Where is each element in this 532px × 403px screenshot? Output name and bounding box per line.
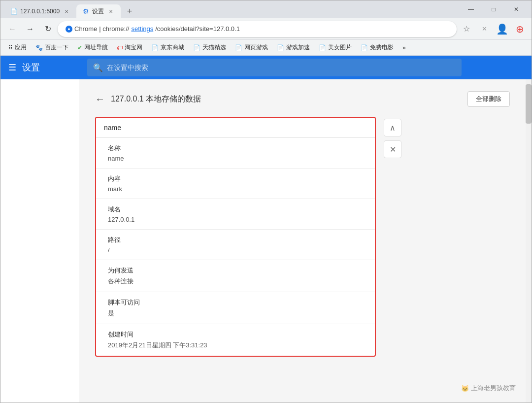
- field-path-value: /: [108, 246, 363, 254]
- meinv-icon: 📄: [319, 44, 326, 51]
- field-send-label: 为何发送: [108, 266, 363, 275]
- cookie-card-header: name: [96, 118, 375, 138]
- settings-topbar: 🔍: [79, 56, 532, 79]
- field-created-value: 2019年2月21日星期四 下午3:31:23: [108, 341, 363, 350]
- close-button[interactable]: ✕: [505, 0, 528, 18]
- baidu-icon: 🐾: [35, 44, 43, 51]
- page-scroll-area: ← 127.0.0.1 本地存储的数据 全部删除 name: [79, 79, 526, 403]
- bookmark-taobao[interactable]: 🏷 淘宝网: [113, 41, 146, 54]
- sidebar-header: ☰ 设置: [0, 56, 79, 79]
- page-body: ← 127.0.0.1 本地存储的数据 全部删除 name: [79, 79, 532, 403]
- toolbar-right-buttons: ☆ ✕ 👤 ⊕: [459, 21, 528, 37]
- tab-strip: 📄 127.0.0.1:5000 ✕ ⚙ 设置 ✕ +: [4, 0, 460, 18]
- refresh-button[interactable]: ↻: [40, 21, 56, 37]
- bookmark-movie-label: 免费电影: [370, 43, 394, 52]
- field-script-label: 脚本可访问: [108, 298, 363, 307]
- back-button[interactable]: ←: [4, 21, 20, 37]
- field-created-label: 创建时间: [108, 330, 363, 339]
- scrollbar-track[interactable]: [526, 79, 532, 403]
- cookie-card-row: name 名称 name 内容 mark: [95, 117, 510, 357]
- bookmark-gameacc[interactable]: 📄 游戏加速: [273, 41, 314, 54]
- new-tab-button[interactable]: +: [123, 4, 136, 18]
- cookie-field-script: 脚本可访问 是: [96, 292, 375, 324]
- bookmark-apps[interactable]: ⠿ 应用: [4, 41, 31, 54]
- movie-icon: 📄: [361, 44, 368, 51]
- field-send-value: 各种连接: [108, 277, 363, 286]
- search-icon: 🔍: [93, 63, 103, 72]
- bookmark-more[interactable]: »: [399, 42, 410, 53]
- settings-content-wrapper: 🔍 ← 127.0.0.1 本地存储的数据 全部删除: [79, 56, 532, 403]
- field-domain-label: 域名: [108, 205, 363, 214]
- bookmark-meinv[interactable]: 📄 美女图片: [315, 41, 356, 54]
- tab-1-icon: 📄: [10, 8, 17, 15]
- bookmark-nav-label: 网址导航: [84, 43, 108, 52]
- content-area: ☰ 设置 🔍 ← 127.0.0.1 本: [0, 56, 532, 403]
- watermark-text: 上海老男孩教育: [471, 384, 516, 393]
- cookie-card: name 名称 name 内容 mark: [95, 117, 376, 357]
- address-text-suffix: /cookies/detail?site=127.0.0.1: [155, 25, 240, 33]
- bookmark-nav[interactable]: ✔ 网址导航: [73, 41, 112, 54]
- tab-1-close[interactable]: ✕: [63, 7, 70, 15]
- gameacc-icon: 📄: [277, 44, 284, 51]
- minimize-button[interactable]: —: [460, 0, 482, 18]
- field-content-value: mark: [108, 185, 363, 193]
- more-label: »: [402, 44, 406, 51]
- cookie-field-domain: 域名 127.0.0.1: [96, 199, 375, 230]
- forward-button[interactable]: →: [22, 21, 38, 37]
- menu-button[interactable]: ⊕: [512, 21, 528, 37]
- bookmark-jd-label: 京东商城: [161, 43, 184, 52]
- tab-1-label: 127.0.0.1:5000: [20, 8, 60, 15]
- webgame-icon: 📄: [235, 44, 242, 51]
- delete-all-button[interactable]: 全部删除: [467, 91, 510, 107]
- page-header-left: ← 127.0.0.1 本地存储的数据: [95, 94, 201, 105]
- bookmark-webgame[interactable]: 📄 网页游戏: [231, 41, 272, 54]
- bookmark-baidu[interactable]: 🐾 百度一下: [32, 41, 72, 54]
- tab-1[interactable]: 📄 127.0.0.1:5000 ✕: [4, 4, 76, 18]
- page-header: ← 127.0.0.1 本地存储的数据 全部删除: [95, 91, 510, 107]
- bookmark-apps-label: 应用: [15, 43, 27, 52]
- cookie-field-content: 内容 mark: [96, 168, 375, 199]
- nav-icon: ✔: [77, 44, 82, 51]
- watermark-icon: 🐱: [461, 385, 469, 392]
- back-arrow-button[interactable]: ←: [95, 94, 105, 105]
- cookie-field-send: 为何发送 各种连接: [96, 260, 375, 292]
- bookmark-webgame-label: 网页游戏: [244, 43, 268, 52]
- settings-sidebar: ☰ 设置: [0, 56, 79, 403]
- field-path-label: 路径: [108, 235, 363, 244]
- bookmark-jd[interactable]: 📄 京东商城: [147, 41, 188, 54]
- scrollbar-thumb[interactable]: [526, 84, 532, 124]
- address-text-prefix: Chrome: [74, 25, 97, 33]
- bookmark-tianmao[interactable]: 📄 天猫精选: [189, 41, 230, 54]
- bookmark-baidu-label: 百度一下: [45, 43, 68, 52]
- address-bar-container[interactable]: ● Chrome | chrome:// settings /cookies/d…: [58, 21, 457, 37]
- tab-2-label: 设置: [92, 7, 104, 16]
- tab-2-close[interactable]: ✕: [107, 7, 115, 15]
- cookie-field-path: 路径 /: [96, 230, 375, 260]
- apps-icon: ⠿: [8, 44, 13, 51]
- taobao-icon: 🏷: [117, 44, 123, 51]
- jd-icon: 📄: [151, 44, 159, 51]
- bookmark-tianmao-label: 天猫精选: [202, 43, 226, 52]
- tab-2[interactable]: ⚙ 设置 ✕: [76, 4, 121, 18]
- secure-icon: ●: [66, 26, 72, 33]
- window-controls: — □ ✕: [460, 0, 528, 18]
- collapse-button[interactable]: ∧: [384, 119, 401, 136]
- field-name-value: name: [108, 155, 363, 162]
- field-content-label: 内容: [108, 174, 363, 183]
- delete-cookie-button[interactable]: ✕: [384, 140, 401, 158]
- bookmarks-bar: ⠿ 应用 🐾 百度一下 ✔ 网址导航 🏷 淘宝网 📄 京东商城 📄 天猫精选 📄…: [0, 40, 532, 56]
- hamburger-icon[interactable]: ☰: [8, 62, 16, 73]
- maximize-button[interactable]: □: [482, 0, 505, 18]
- account-button[interactable]: 👤: [494, 21, 510, 37]
- bookmark-movie[interactable]: 📄 免费电影: [357, 41, 398, 54]
- bookmark-star-button[interactable]: ☆: [459, 21, 474, 37]
- field-domain-value: 127.0.0.1: [108, 216, 363, 223]
- extension-button[interactable]: ✕: [476, 21, 492, 37]
- address-text-bold: settings: [131, 25, 153, 33]
- bookmark-meinv-label: 美女图片: [328, 43, 352, 52]
- page-title: 127.0.0.1 本地存储的数据: [111, 94, 201, 104]
- bookmark-taobao-label: 淘宝网: [125, 43, 142, 52]
- search-input[interactable]: [107, 64, 456, 71]
- search-box[interactable]: 🔍: [87, 59, 462, 76]
- cookie-field-name: 名称 name: [96, 138, 375, 168]
